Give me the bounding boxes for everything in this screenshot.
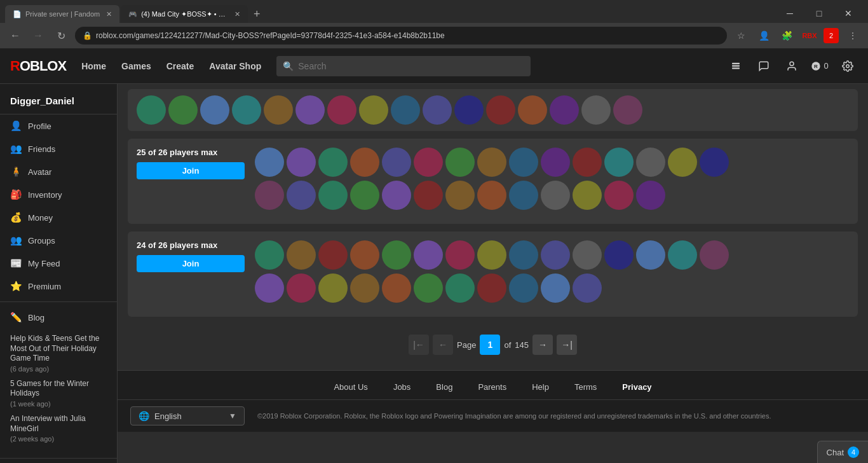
server-1-row1 [255, 148, 849, 177]
myfeed-icon: 📰 [10, 258, 22, 269]
nav-avatar-shop[interactable]: Avatar Shop [209, 61, 261, 71]
new-tab-button[interactable]: + [248, 5, 266, 23]
tab-close-icon[interactable]: ✕ [106, 10, 112, 18]
extensions-button[interactable]: 🧩 [778, 27, 796, 45]
roblox-ext1[interactable]: RBX [801, 27, 818, 45]
footer-parents[interactable]: Parents [478, 382, 506, 392]
sidebar-item-blog[interactable]: ✏️ Blog [0, 306, 117, 329]
friends-button[interactable] [782, 56, 802, 76]
blog-post-2-title[interactable]: 5 Games for the Winter Holidays [10, 379, 107, 399]
address-bar[interactable]: 🔒 roblox.com/games/1224212277/Mad-City-B… [75, 27, 727, 45]
footer-help[interactable]: Help [532, 382, 549, 392]
player-avatar [550, 95, 579, 125]
avatar-icon: 🧍 [10, 166, 22, 177]
server-row-2: 24 of 26 players max Join [137, 240, 849, 303]
tab-mad-city[interactable]: 🎮 (4) Mad City ✦BOSS✦ • Roblox ✕ [121, 5, 248, 23]
blog-post-1-title[interactable]: Help Kids & Teens Get the Most Out of Th… [10, 334, 107, 364]
browser-chrome: 📄 Private server | Fandom ✕ 🎮 (4) Mad Ci… [0, 0, 868, 48]
player-avatar [391, 95, 420, 125]
chat-button[interactable]: Chat 4 [817, 441, 868, 463]
sidebar-label-blog: Blog [28, 313, 44, 322]
player-avatar [382, 240, 411, 270]
sidebar-item-profile[interactable]: 👤 Profile [0, 114, 117, 137]
settings-button[interactable] [837, 56, 858, 76]
search-input[interactable] [276, 56, 531, 76]
sidebar-item-groups[interactable]: 👥 Groups [0, 229, 117, 252]
header-nav: Home Games Create Avatar Shop [81, 61, 261, 71]
header-actions: R 0 [726, 56, 858, 76]
footer-about[interactable]: About Us [334, 382, 367, 392]
player-avatar [486, 95, 515, 125]
svg-point-6 [846, 64, 850, 67]
player-avatar [423, 95, 452, 125]
profile-button[interactable]: 👤 [755, 27, 773, 45]
first-page-button[interactable]: |← [409, 335, 429, 355]
player-avatar [477, 148, 506, 177]
sidebar-item-friends[interactable]: 👥 Friends [0, 137, 117, 160]
prev-page-button[interactable]: ← [433, 335, 453, 355]
robux-button[interactable]: R 0 [810, 56, 830, 76]
footer-blog[interactable]: Blog [436, 382, 452, 392]
refresh-button[interactable]: ↻ [52, 27, 70, 45]
player-avatar [318, 181, 348, 210]
server-2-count: 24 of 26 players max [137, 240, 245, 250]
footer-privacy[interactable]: Privacy [622, 382, 651, 392]
sidebar-item-myfeed[interactable]: 📰 My Feed [0, 252, 117, 275]
groups-icon: 👥 [10, 235, 22, 246]
sidebar-item-inventory[interactable]: 🎒 Inventory [0, 183, 117, 206]
footer: About Us Jobs Blog Parents Help Terms Pr… [118, 370, 868, 432]
messages-button[interactable] [754, 56, 774, 76]
tab-label: (4) Mad City ✦BOSS✦ • Roblox [141, 10, 228, 18]
footer-terms[interactable]: Terms [574, 382, 597, 392]
player-avatar [604, 148, 634, 177]
blog-icon: ✏️ [10, 312, 22, 323]
server-1-info: 25 of 26 players max Join [137, 148, 245, 179]
notifications-button[interactable] [726, 56, 746, 76]
sidebar-label-profile: Profile [28, 121, 51, 131]
player-avatar [636, 240, 665, 270]
player-avatar [573, 273, 602, 303]
blog-post-2-time: (1 week ago) [10, 400, 107, 408]
back-button[interactable]: ← [6, 27, 24, 45]
tab-close-icon[interactable]: ✕ [234, 10, 240, 18]
player-avatar [255, 148, 284, 177]
language-label: English [154, 411, 224, 421]
sidebar-item-premium[interactable]: ⭐ Premium [0, 275, 117, 298]
sidebar-item-money[interactable]: 💰 Money [0, 206, 117, 229]
last-page-button[interactable]: →| [557, 335, 577, 355]
roblox-logo[interactable]: ROBLOX [10, 58, 66, 74]
top-avatars-row [137, 95, 849, 125]
player-avatar [414, 240, 443, 270]
robux-count: 0 [824, 61, 828, 71]
sidebar-item-avatar[interactable]: 🧍 Avatar [0, 160, 117, 183]
tab-favicon: 🎮 [128, 10, 137, 18]
roblox-ext2[interactable]: 2 [824, 28, 839, 43]
minimize-button[interactable]: ─ [775, 4, 804, 23]
player-avatar [264, 95, 293, 125]
nav-games[interactable]: Games [121, 61, 151, 71]
close-button[interactable]: ✕ [834, 4, 863, 23]
tab-label: Private server | Fandom [25, 10, 100, 18]
player-avatar [573, 181, 602, 210]
premium-icon: ⭐ [10, 280, 22, 292]
nav-home[interactable]: Home [81, 61, 106, 71]
footer-jobs[interactable]: Jobs [393, 382, 410, 392]
forward-button[interactable]: → [29, 27, 47, 45]
nav-create[interactable]: Create [166, 61, 194, 71]
server-1-join-button[interactable]: Join [137, 162, 245, 179]
blog-post-3-title[interactable]: An Interview with Julia MineGirl [10, 414, 107, 434]
maximize-button[interactable]: □ [804, 4, 834, 23]
language-selector[interactable]: 🌐 English ▼ [130, 406, 245, 425]
logo-rest: OBLOX [20, 58, 66, 74]
player-avatar [359, 95, 388, 125]
server-2-row2 [255, 273, 849, 303]
next-page-button[interactable]: → [532, 335, 553, 355]
tab-private-server[interactable]: 📄 Private server | Fandom ✕ [5, 5, 119, 23]
address-bar-row: ← → ↻ 🔒 roblox.com/games/1224212277/Mad-… [0, 23, 868, 48]
menu-button[interactable]: ⋮ [844, 27, 862, 45]
server-2-join-button[interactable]: Join [137, 255, 245, 272]
of-label: of [504, 340, 511, 350]
player-avatar [541, 181, 570, 210]
player-avatar [350, 181, 379, 210]
bookmark-button[interactable]: ☆ [732, 27, 750, 45]
